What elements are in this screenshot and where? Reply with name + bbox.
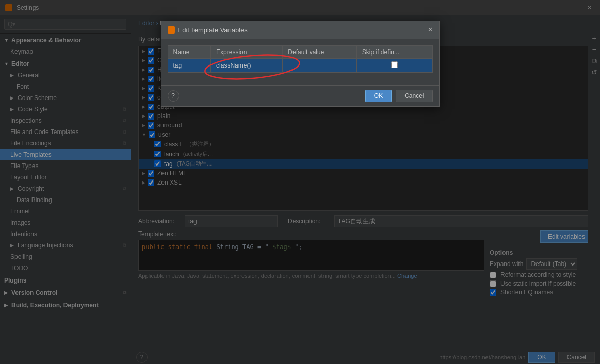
dialog-title-area: Edit Template Variables — [168, 26, 248, 34]
dialog-overlay: Edit Template Variables × Name Expressio… — [0, 0, 600, 364]
edit-template-variables-dialog: Edit Template Variables × Name Expressio… — [161, 21, 440, 107]
cell-expression[interactable]: className() — [211, 59, 283, 73]
table-container: Name Expression Default value Skip if de… — [168, 45, 433, 73]
dialog-title-bar: Edit Template Variables × — [161, 21, 439, 39]
dialog-footer: ? OK Cancel — [161, 85, 439, 106]
expression-value: className() — [216, 62, 251, 69]
col-default-value: Default value — [283, 46, 357, 59]
dialog-action-buttons: OK Cancel — [365, 90, 433, 102]
table-row[interactable]: tag className() — [168, 59, 432, 73]
variables-table: Name Expression Default value Skip if de… — [168, 45, 433, 73]
cell-skip[interactable] — [356, 59, 432, 73]
dialog-app-icon — [168, 26, 175, 34]
dialog-help-button[interactable]: ? — [168, 90, 179, 102]
col-name: Name — [168, 46, 211, 59]
cell-default[interactable] — [283, 59, 357, 73]
dialog-body: Name Expression Default value Skip if de… — [161, 39, 439, 85]
help-icon: ? — [171, 92, 175, 100]
dialog-title-text: Edit Template Variables — [178, 26, 248, 34]
col-expression: Expression — [211, 46, 283, 59]
dialog-cancel-button[interactable]: Cancel — [396, 90, 432, 102]
cell-name: tag — [168, 59, 211, 73]
skip-checkbox[interactable] — [391, 61, 398, 68]
col-skip: Skip if defin... — [356, 46, 432, 59]
dialog-ok-button[interactable]: OK — [365, 90, 392, 102]
dialog-close-button[interactable]: × — [428, 25, 432, 35]
